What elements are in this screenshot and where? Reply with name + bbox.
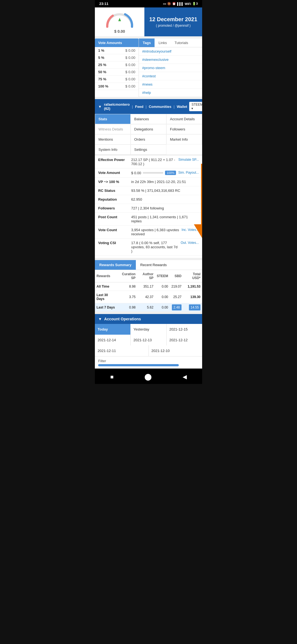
- tag-news[interactable]: #news: [139, 80, 202, 89]
- vote-pct-50: 50 %: [98, 70, 106, 74]
- ops-dates-row2: 2021-12-14 2021-12-13 2021-12-12: [95, 335, 202, 345]
- col-rewards: Rewards: [95, 270, 117, 282]
- tab-rewards-summary[interactable]: Rewards Summary: [95, 260, 136, 270]
- nav-square-button[interactable]: ■: [110, 374, 114, 380]
- reward-author-30days: 42.37: [137, 291, 155, 303]
- menu-item-market-info[interactable]: Market Info: [166, 134, 202, 144]
- alarm-icon: ⏰: [172, 2, 176, 6]
- rewards-tabs: Rewards Summary Recent Rewards: [95, 260, 202, 270]
- out-votes-button[interactable]: Out. Votes...: [181, 241, 199, 245]
- filter-section: Filter: [95, 357, 202, 369]
- ops-date1[interactable]: 2021-12-15: [167, 324, 202, 335]
- stat-post-count-value: 451 posts | 1,341 comments | 1,671 repli…: [131, 215, 199, 223]
- ops-dates-row3: 2021-12-11 2021-12-10: [95, 345, 202, 356]
- gauge-svg: [105, 10, 135, 28]
- rewards-table: Rewards Curation SP Author SP STEEM SBD …: [95, 270, 202, 312]
- nav-home-button[interactable]: ⬤: [144, 373, 152, 381]
- stat-vote-amount: Vote Amount $ 0.00 100% Sim. Payout...: [95, 168, 202, 178]
- stat-voting-csi-value: 17.8 ( 0.00 % self, 177 upvotes, 83 acco…: [131, 241, 178, 253]
- status-bar: 23:11 ••• 🔕 ⏰ ▌▌▌ WiFi 🔋3: [95, 0, 202, 7]
- reward-sbd-7days: 2.48: [170, 303, 183, 312]
- vote-amt-1: $ 0.00: [125, 48, 135, 53]
- date-section: 12 December 2021 ( promoted / @pennsif ): [144, 7, 202, 36]
- vote-amt-5: $ 0.00: [125, 56, 135, 60]
- ops-yesterday[interactable]: Yesterday: [131, 324, 166, 335]
- vote-pct-badge: 100%: [165, 171, 176, 175]
- col-sbd: SBD: [170, 270, 183, 282]
- tab-tutorials[interactable]: Tutorials: [171, 39, 192, 47]
- status-icons: ••• 🔕 ⏰ ▌▌▌ WiFi 🔋3: [163, 2, 198, 6]
- menu-item-orders[interactable]: Orders: [131, 134, 166, 144]
- stat-followers-label: Followers: [98, 206, 131, 210]
- ops-date5[interactable]: 2021-12-11: [95, 345, 148, 356]
- date-title: 12 December 2021: [149, 16, 197, 23]
- stat-voting-csi-label: Voting CSI: [98, 241, 131, 245]
- reward-steem-7days: 0.00: [155, 303, 170, 312]
- tabs-row: Tags Links Tutorials: [139, 39, 202, 47]
- stat-vp: VP ~> 100 % in 2d 22h 39m | 2021-12-20, …: [95, 178, 202, 186]
- sim-payout-button[interactable]: Sim. Payout...: [178, 171, 199, 174]
- rewards-table-header: Rewards Curation SP Author SP STEEM SBD …: [95, 270, 202, 282]
- stat-post-count: Post Count 451 posts | 1,341 comments | …: [95, 213, 202, 226]
- mute-icon: 🔕: [167, 2, 171, 6]
- reward-label-alltime: All Time: [95, 282, 117, 291]
- gauge-value: $ 0.00: [114, 29, 125, 34]
- menu-item-mentions[interactable]: Mentions: [95, 134, 131, 144]
- tag-promo-steem[interactable]: #promo-steem: [139, 64, 202, 72]
- vote-amount-bar[interactable]: [143, 172, 163, 174]
- ops-date6[interactable]: 2021-12-10: [149, 345, 202, 356]
- tab-tags[interactable]: Tags: [139, 39, 155, 47]
- ops-date4[interactable]: 2021-12-12: [167, 335, 202, 345]
- menu-item-stats[interactable]: Stats: [95, 114, 131, 124]
- tag-introduceyourself[interactable]: #introduceyourself: [139, 47, 202, 56]
- reward-sbd-alltime: 219.07: [170, 282, 183, 291]
- menu-grid: Stats Balances Account Details Witness D…: [95, 114, 202, 155]
- menu-item-followers[interactable]: Followers: [166, 124, 202, 134]
- stat-reputation: Reputation 62.950: [95, 195, 202, 204]
- vote-amounts-rows: 1 % $ 0.00 5 % $ 0.00 25 % $ 0.00 50 % $…: [95, 47, 139, 90]
- menu-item-system-info[interactable]: System Info: [95, 144, 131, 155]
- battery-icon: 🔋3: [192, 2, 198, 6]
- nav-username[interactable]: rafaelcmontero (62): [104, 102, 130, 111]
- stat-followers-value: 727 | 2,304 following: [131, 206, 199, 210]
- nav-feed-link[interactable]: Feed: [135, 105, 143, 109]
- reward-total-30days: 139.30: [183, 291, 202, 303]
- simulate-sp-button[interactable]: Simulate SP...: [178, 158, 199, 162]
- vote-pct-1: 1 %: [98, 48, 104, 53]
- tab-recent-rewards[interactable]: Recent Rewards: [136, 260, 171, 270]
- date-subtitle: ( promoted / @pennsif ): [156, 24, 191, 28]
- ops-date2[interactable]: 2021-12-14: [95, 335, 130, 345]
- tag-steemexclusive[interactable]: #steemexclusive: [139, 56, 202, 64]
- stat-vote-count-value: 3,954 upvotes | 6,383 upvotes received: [131, 228, 179, 236]
- menu-item-balances[interactable]: Balances: [131, 114, 166, 124]
- tab-links[interactable]: Links: [155, 39, 170, 47]
- tag-contest[interactable]: #contest: [139, 72, 202, 80]
- nav-sep-2: |: [146, 105, 147, 109]
- vote-amt-50: $ 0.00: [125, 70, 135, 74]
- stat-rc-label: RC Status: [98, 189, 131, 193]
- filter-bar[interactable]: [98, 364, 179, 366]
- reward-author-7days: 5.62: [137, 303, 155, 312]
- nav-communities-link[interactable]: Communities: [149, 105, 171, 109]
- vote-amounts-panel: Vote Amounts 1 % $ 0.00 5 % $ 0.00 25 % …: [95, 39, 139, 97]
- wifi-icon: WiFi: [185, 2, 191, 6]
- vote-amt-25: $ 0.00: [125, 63, 135, 67]
- nav-back-button[interactable]: ◀: [183, 373, 187, 380]
- vote-pct-75: 75 %: [98, 77, 106, 81]
- ops-date3[interactable]: 2021-12-13: [131, 335, 166, 345]
- menu-item-account-details[interactable]: Account Details: [166, 114, 202, 124]
- signal-dots-icon: •••: [163, 2, 166, 6]
- nav-wallet-link[interactable]: Wallet: [177, 105, 187, 109]
- stat-rc-status: RC Status 93.58 % | 371,043,316,683 RC: [95, 186, 202, 195]
- inc-votes-button[interactable]: Inc. Votes...: [182, 228, 199, 232]
- menu-item-settings[interactable]: Settings: [131, 144, 166, 155]
- tag-help[interactable]: #help: [139, 89, 202, 97]
- vote-pct-25: 25 %: [98, 63, 106, 67]
- bottom-nav: ■ ⬤ ◀: [95, 370, 202, 384]
- ops-today[interactable]: Today: [95, 324, 130, 335]
- vote-row-5pct: 5 % $ 0.00: [95, 54, 139, 61]
- nav-steem-dropdown[interactable]: STEEM ▾: [189, 102, 202, 111]
- menu-item-delegations[interactable]: Delegations: [131, 124, 166, 134]
- stat-effective-power-value: 212.17 SP ( 911.22 + 1.07 - 700.12 ): [131, 158, 176, 166]
- reward-row-alltime: All Time 8.98 351.17 0.00 219.07 1,191.5…: [95, 282, 202, 291]
